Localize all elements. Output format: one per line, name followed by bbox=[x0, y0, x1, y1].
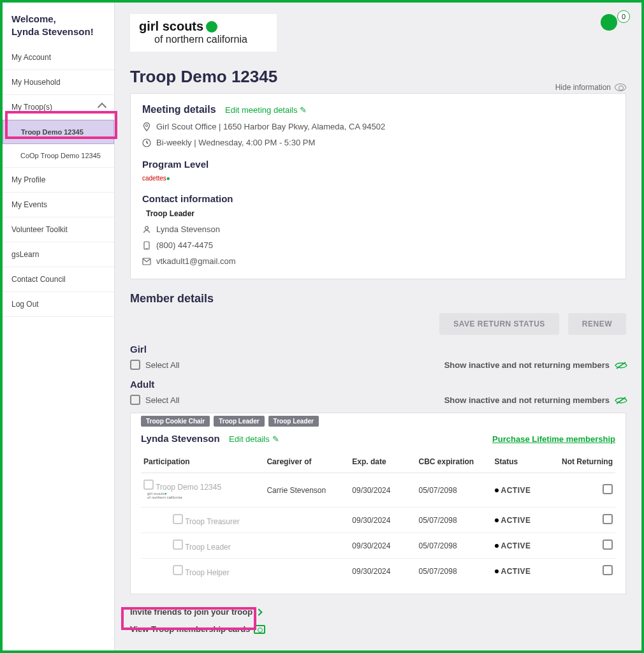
table-row: Troop Helper 09/30/2024 05/07/2098 ACTIV… bbox=[141, 559, 615, 584]
show-inactive-label: Show inactive and not returning members bbox=[444, 395, 610, 405]
sidebar-item-volunteer-toolkit[interactable]: Volunteer Toolkit bbox=[3, 217, 114, 242]
role-tag: Troop Leader bbox=[268, 416, 319, 427]
welcome-line1: Welcome, bbox=[11, 13, 105, 26]
program-level-badge: cadettes● bbox=[142, 175, 614, 182]
edit-meeting-label: Edit meeting details bbox=[225, 105, 297, 115]
program-level-text: cadettes bbox=[142, 175, 166, 182]
member-name: Lynda Stevenson bbox=[141, 433, 220, 444]
hide-information-toggle[interactable]: Hide information bbox=[555, 83, 626, 92]
welcome-line2: Lynda Stevenson! bbox=[11, 26, 105, 38]
council-logo: girl scouts of northern california bbox=[130, 14, 277, 52]
meeting-address: Girl Scout Office | 1650 Harbor Bay Pkwy… bbox=[156, 122, 385, 131]
bottom-links: Invite friends to join your troop View T… bbox=[130, 603, 626, 638]
girl-select-all-checkbox[interactable] bbox=[130, 360, 140, 370]
table-row: Troop Demo 12345 girl scouts●of northern… bbox=[141, 473, 615, 508]
not-returning-checkbox[interactable] bbox=[603, 514, 613, 524]
hide-info-label: Hide information bbox=[555, 83, 611, 92]
participation-cell: Troop Helper bbox=[185, 568, 230, 577]
invite-friends-label: Invite friends to join your troop bbox=[130, 607, 252, 617]
svg-point-2 bbox=[145, 226, 149, 230]
leader-phone: (800) 447-4475 bbox=[156, 240, 213, 250]
sidebar-item-coop-troop[interactable]: CoOp Troop Demo 12345 bbox=[3, 144, 114, 168]
sidebar-item-contact-council[interactable]: Contact Council bbox=[3, 267, 114, 292]
member-details-heading: Member details bbox=[130, 292, 626, 305]
col-exp: Exp. date bbox=[349, 453, 416, 473]
sidebar-item-troop-demo[interactable]: Troop Demo 12345 bbox=[3, 120, 114, 144]
pencil-icon: ✎ bbox=[300, 105, 307, 115]
renew-button[interactable]: RENEW bbox=[568, 313, 626, 335]
meeting-details-card: Meeting details Edit meeting details ✎ G… bbox=[130, 93, 626, 279]
eye-icon bbox=[615, 84, 626, 91]
cbc-cell: 05/07/2098 bbox=[416, 508, 492, 533]
col-status: Status bbox=[492, 453, 559, 473]
row-checkbox[interactable] bbox=[173, 514, 183, 524]
adult-select-all-label: Select All bbox=[145, 395, 179, 405]
meeting-schedule: Bi-weekly | Wednesday, 4:00 PM - 5:30 PM bbox=[156, 138, 315, 147]
caregiver-cell: Carrie Stevenson bbox=[264, 473, 349, 508]
status-cell: ACTIVE bbox=[501, 541, 531, 550]
sidebar-item-label: Volunteer Toolkit bbox=[11, 225, 68, 234]
sidebar-item-label: My Household bbox=[11, 78, 61, 87]
table-row: Troop Treasurer 09/30/2024 05/07/2098 AC… bbox=[141, 508, 615, 533]
girl-select-row: Select All Show inactive and not returni… bbox=[130, 360, 626, 370]
cart-count-badge: 0 bbox=[617, 10, 630, 23]
sidebar-item-label: My Profile bbox=[11, 175, 45, 184]
edit-member-link[interactable]: Edit details ✎ bbox=[229, 434, 279, 444]
logo-line1: girl scouts bbox=[139, 19, 268, 34]
not-returning-checkbox[interactable] bbox=[603, 565, 613, 575]
invite-friends-link[interactable]: Invite friends to join your troop bbox=[130, 603, 626, 620]
sidebar-item-label: Contact Council bbox=[11, 275, 66, 284]
chevron-right-icon bbox=[255, 608, 262, 615]
edit-meeting-link[interactable]: Edit meeting details ✎ bbox=[225, 105, 307, 115]
table-row: Troop Leader 09/30/2024 05/07/2098 ACTIV… bbox=[141, 533, 615, 559]
purchase-lifetime-link[interactable]: Purchase Lifetime membership bbox=[492, 434, 615, 444]
member-action-row: SAVE RETURN STATUS RENEW bbox=[130, 313, 626, 335]
cbc-cell: 05/07/2098 bbox=[416, 473, 492, 508]
contact-info-heading: Contact information bbox=[142, 193, 614, 204]
adult-show-inactive-toggle[interactable]: Show inactive and not returning members bbox=[444, 395, 626, 405]
col-caregiver: Caregiver of bbox=[264, 453, 349, 473]
leader-phone-row: (800) 447-4475 bbox=[142, 240, 614, 250]
status-cell: ACTIVE bbox=[501, 486, 531, 495]
id-card-icon bbox=[254, 625, 265, 634]
not-returning-checkbox[interactable] bbox=[603, 539, 613, 550]
clock-icon bbox=[142, 138, 151, 147]
logo-line2: of northern california bbox=[154, 34, 268, 45]
not-returning-checkbox[interactable] bbox=[603, 484, 613, 494]
adult-select-all-checkbox[interactable] bbox=[130, 395, 140, 405]
leader-name: Lynda Stevenson bbox=[156, 224, 220, 234]
main-content: girl scouts of northern california 0 Tro… bbox=[115, 3, 641, 650]
status-cell: ACTIVE bbox=[501, 516, 531, 525]
trefoil-icon bbox=[206, 21, 217, 33]
caregiver-cell bbox=[264, 508, 349, 533]
exp-cell: 09/30/2024 bbox=[349, 559, 416, 584]
save-return-status-button[interactable]: SAVE RETURN STATUS bbox=[439, 313, 559, 335]
role-tags: Troop Cookie Chair Troop Leader Troop Le… bbox=[141, 412, 615, 430]
sidebar-item-gslearn[interactable]: gsLearn bbox=[3, 242, 114, 267]
view-membership-cards-link[interactable]: View Troop membership cards bbox=[130, 620, 626, 638]
cart-button[interactable]: 0 bbox=[601, 14, 626, 34]
troop-leader-label: Troop Leader bbox=[146, 209, 614, 218]
row-checkbox[interactable] bbox=[173, 539, 183, 550]
location-pin-icon bbox=[142, 122, 151, 131]
participation-table: Participation Caregiver of Exp. date CBC… bbox=[141, 453, 615, 583]
status-cell: ACTIVE bbox=[501, 567, 531, 576]
sidebar-item-my-profile[interactable]: My Profile bbox=[3, 168, 114, 193]
sidebar-item-my-troops[interactable]: My Troop(s) bbox=[3, 95, 114, 120]
sidebar-item-my-household[interactable]: My Household bbox=[3, 70, 114, 95]
show-inactive-label: Show inactive and not returning members bbox=[444, 360, 610, 370]
person-icon bbox=[142, 225, 151, 234]
row-checkbox[interactable] bbox=[143, 480, 154, 490]
sidebar-item-my-account[interactable]: My Account bbox=[3, 45, 114, 70]
girl-show-inactive-toggle[interactable]: Show inactive and not returning members bbox=[444, 360, 626, 370]
logo-text-1: girl scouts bbox=[139, 19, 203, 34]
girl-section-heading: Girl bbox=[130, 344, 626, 355]
sidebar-item-log-out[interactable]: Log Out bbox=[3, 292, 114, 317]
contact-block: Troop Leader Lynda Stevenson (800) 447-4… bbox=[142, 209, 614, 266]
sidebar-item-label: My Troop(s) bbox=[11, 103, 52, 112]
sidebar-item-my-events[interactable]: My Events bbox=[3, 193, 114, 217]
chevron-up-icon bbox=[98, 102, 106, 111]
member-card: Troop Cookie Chair Troop Leader Troop Le… bbox=[130, 413, 626, 594]
adult-section-heading: Adult bbox=[130, 379, 626, 390]
row-checkbox[interactable] bbox=[173, 565, 183, 575]
